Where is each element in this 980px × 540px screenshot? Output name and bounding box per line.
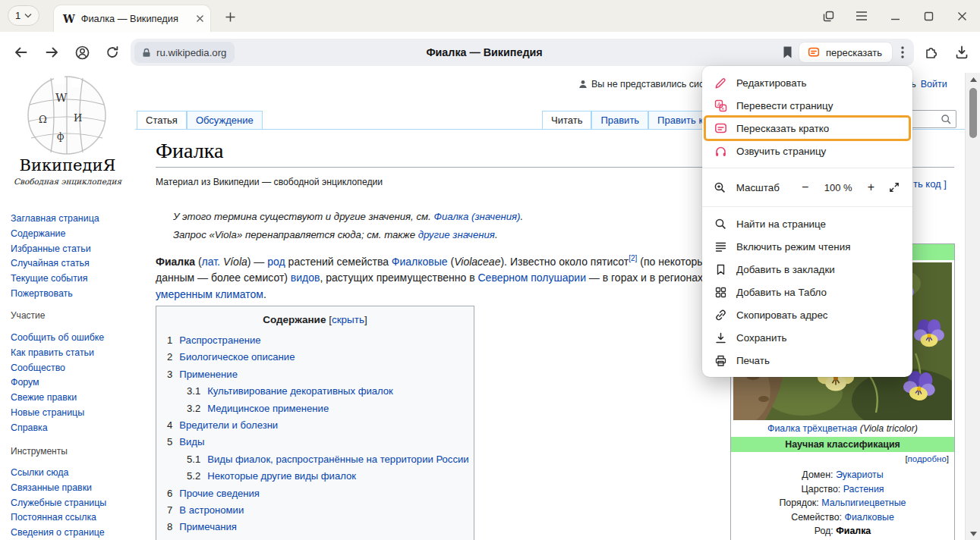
toc-link[interactable]: Медицинское применение [207,403,329,414]
close-window-icon[interactable] [955,9,969,23]
wiki-link[interactable]: умеренным климатом [156,288,263,300]
wiki-link[interactable]: Фиалка трёхцветная [767,423,857,434]
browser-tab[interactable]: W Фиалка — Википедия [53,5,211,32]
new-tab-button[interactable] [222,8,238,25]
sidebar-link[interactable]: Постоянная ссылка [11,510,132,526]
extensions-icon[interactable] [923,44,940,61]
login-link[interactable]: Войти [921,79,947,89]
wiki-link[interactable]: Мальпигиецветные [821,498,906,508]
toc-link[interactable]: Виды [179,436,204,447]
wiki-link[interactable]: Фиалковые [844,512,893,523]
site-identity-chip[interactable]: ru.wikipedia.org [134,42,235,63]
tab-article[interactable]: Статья [137,111,187,129]
sidebar-link[interactable]: Текущие события [11,272,132,287]
profile-icon[interactable] [74,44,90,61]
menu-item-print[interactable]: Печать [702,349,912,372]
sidebar-link[interactable]: Содержание [11,227,132,242]
menu-item-save[interactable]: Сохранить [702,326,912,349]
wiki-link[interactable]: род [267,256,285,268]
sidebar-link[interactable]: Сведения о странице [11,526,132,540]
downloads-icon[interactable] [953,44,970,61]
browser-menu-icon[interactable] [855,9,868,23]
wiki-link[interactable]: Северном полушарии [478,272,586,284]
minimize-icon[interactable] [888,9,902,23]
sidebar-link[interactable]: Как править статьи [11,346,132,361]
wiki-link[interactable]: Растения [843,484,884,494]
sidebar-link[interactable]: Справка [11,421,132,436]
wiki-link[interactable]: Фиалка (значения) [433,211,520,222]
toc-link[interactable]: Виды фиалок, распространённые на террито… [207,454,468,465]
sidebar-link[interactable]: Форум [11,375,132,391]
wiki-link[interactable]: Фиалковые [392,256,448,268]
tab-group-badge[interactable]: 1 [8,5,39,26]
toc-link[interactable]: Примечания [179,521,237,532]
sidebar-link[interactable]: Сообщить об ошибке [11,331,132,346]
menu-item-add-bookmark[interactable]: Добавить в закладки [702,258,912,281]
toc-link[interactable]: Прочие сведения [179,488,260,499]
toc-link[interactable]: Культивирование декоративных фиалок [207,385,393,397]
address-bar-page-title: Фиалка — Википедия [282,39,686,66]
scroll-up-icon[interactable] [966,73,980,86]
search-icon[interactable] [941,114,952,125]
reload-icon[interactable] [104,44,121,61]
menu-item-edit[interactable]: Редактировать [702,71,912,94]
toc-link[interactable]: В астрономии [179,504,244,516]
menu-item-add-tableau[interactable]: Добавить на Табло [702,281,912,303]
tab-read[interactable]: Читать [542,111,591,129]
retell-button[interactable]: пересказать [799,42,893,63]
menu-item-translate[interactable]: Aя Перевести страницу [702,94,912,117]
toc-link[interactable]: Вредители и болезни [179,419,278,431]
bookmark-icon[interactable] [782,46,793,59]
search-icon [714,217,727,231]
sidebar-link[interactable]: Новые страницы [11,406,132,421]
sidebar-link[interactable]: Избранные статьи [11,242,132,257]
toc-link[interactable]: Некоторые другие виды фиалок [207,470,356,482]
tab-talk[interactable]: Обсуждение [187,111,263,129]
reference-link[interactable]: [2] [629,254,637,262]
sidebar-link[interactable]: Служебные страницы [11,496,132,511]
page-scrollbar[interactable] [965,73,980,540]
edit-code-link-fragment[interactable]: ть код ] [913,178,947,190]
close-tab-icon[interactable] [196,14,204,23]
menu-item-find[interactable]: Найти на странице [702,212,912,235]
scroll-down-icon[interactable] [966,527,980,540]
toc-hide-link[interactable]: скрыть [332,314,364,325]
back-icon[interactable] [13,44,30,61]
zoom-in-button[interactable]: + [864,181,879,194]
tab-edit[interactable]: Править [591,111,648,129]
menu-item-label: Найти на странице [736,218,826,230]
wiki-link[interactable]: лат. [202,256,220,268]
zoom-out-button[interactable]: − [798,181,813,194]
more-options-icon[interactable] [896,44,909,61]
sidebar-link[interactable]: Сообщество [11,361,132,376]
wikipedia-favicon-icon: W [63,13,75,25]
forward-icon[interactable] [43,44,60,61]
toc-link[interactable]: Применение [179,369,238,380]
menu-item-copy-address[interactable]: Скопировать адрес [702,303,912,326]
details-link[interactable]: подробно [908,454,947,463]
svg-text:A: A [717,101,721,106]
wikipedia-wordmark[interactable]: ВикипедиЯ [0,156,135,174]
menu-item-reader-mode[interactable]: Включить режим чтения [702,235,912,258]
tab-panel-icon[interactable] [821,9,835,23]
wikipedia-logo[interactable]: W Ω И ф [20,74,113,158]
sidebar-link[interactable]: Свежие правки [11,391,132,406]
sidebar-link[interactable]: Случайная статья [11,256,132,272]
printer-icon [714,353,727,367]
sidebar-link[interactable]: Пожертвовать [11,287,132,302]
toc-link[interactable]: Распространение [179,334,260,346]
toc-link[interactable]: Биологическое описание [179,351,295,363]
wiki-link[interactable]: другие значения [418,229,495,240]
wiki-link[interactable]: видов [291,272,320,284]
fullscreen-icon[interactable] [887,181,901,194]
menu-item-voice[interactable]: Озвучить страницу [702,140,912,162]
sidebar-link[interactable]: Ссылки сюда [11,466,132,481]
sidebar-link[interactable]: Заглавная страница [11,212,132,227]
sidebar-link[interactable]: Связанные правки [11,481,132,496]
menu-item-retell[interactable]: Пересказать кратко [702,117,912,140]
wiki-link[interactable]: Эукариоты [836,469,884,480]
maximize-icon[interactable] [922,9,935,23]
personal-bar-fragment: Вы не представились сист [578,79,708,89]
scrollbar-thumb[interactable] [969,88,977,138]
address-bar[interactable]: ru.wikipedia.org Фиалка — Википедия пере… [131,39,914,66]
